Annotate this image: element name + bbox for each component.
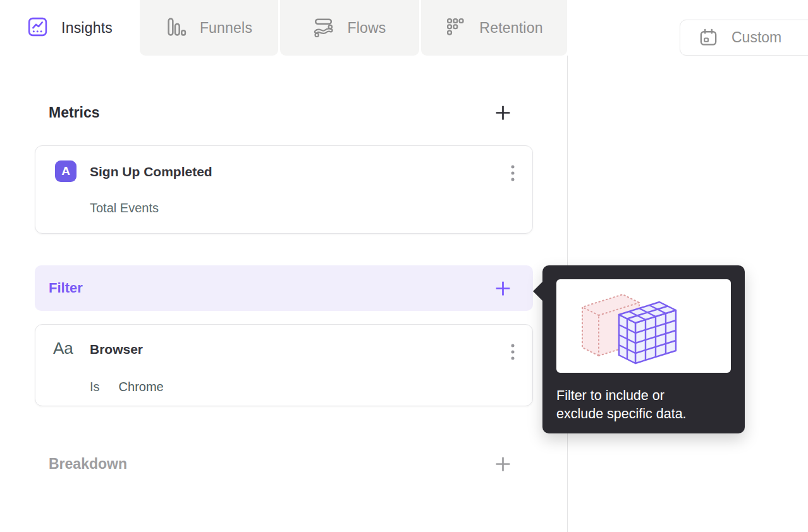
filter-menu-button[interactable] [508,341,517,363]
filter-cube-illustration [556,279,731,373]
tab-funnels-label: Funnels [200,20,252,37]
insights-chart-icon [27,16,48,40]
breakdown-title: Breakdown [49,456,127,473]
filter-value[interactable]: Chrome [119,378,164,396]
metric-card[interactable]: A Sign Up Completed Total Events [35,145,533,234]
metric-aggregation[interactable]: Total Events [90,199,159,217]
plus-icon [494,104,512,122]
tooltip-text-line1: Filter to include or [556,387,735,405]
filter-header-row[interactable]: Filter [35,265,533,311]
kebab-menu-icon [511,343,515,361]
date-range-custom-button[interactable]: Custom [680,20,808,56]
metric-series-badge: A [55,160,77,182]
kebab-menu-icon [511,164,515,182]
date-range-label: Custom [731,29,781,46]
tab-insights-label: Insights [61,20,113,37]
add-breakdown-button[interactable] [494,455,512,473]
add-metric-button[interactable] [494,104,512,122]
plus-icon [494,279,512,298]
filter-operator[interactable]: Is [90,378,100,396]
tooltip-text: Filter to include or exclude specific da… [556,387,735,423]
tab-funnels[interactable]: Funnels [140,0,278,56]
filter-card[interactable]: Aa Browser Is Chrome [35,324,533,406]
filter-tooltip: Filter to include or exclude specific da… [542,265,745,433]
filter-title: Filter [49,280,83,296]
flows-stream-icon [313,16,334,40]
tooltip-arrow [533,282,542,301]
filter-property-name[interactable]: Browser [90,340,143,359]
metric-event-name[interactable]: Sign Up Completed [90,162,212,181]
tooltip-illustration [556,279,731,373]
tab-flows-label: Flows [347,20,386,37]
retention-dots-icon [445,16,466,40]
tab-retention[interactable]: Retention [421,0,567,56]
tab-retention-label: Retention [479,20,542,37]
string-property-type-icon: Aa [53,337,73,359]
tab-flows[interactable]: Flows [280,0,419,56]
breakdown-header: Breakdown [35,450,533,478]
funnels-bars-icon [166,16,187,40]
metric-menu-button[interactable] [508,162,517,184]
plus-icon [494,455,512,473]
calendar-icon [699,28,718,47]
tooltip-text-line2: exclude specific data. [556,405,735,423]
filter-clause: Is Chrome [90,378,164,396]
metrics-title: Metrics [49,104,100,121]
add-filter-button[interactable] [494,279,512,298]
tab-bar: Insights Funnels Flows [0,0,567,56]
metrics-header: Metrics [35,99,533,126]
tab-insights[interactable]: Insights [0,0,140,56]
